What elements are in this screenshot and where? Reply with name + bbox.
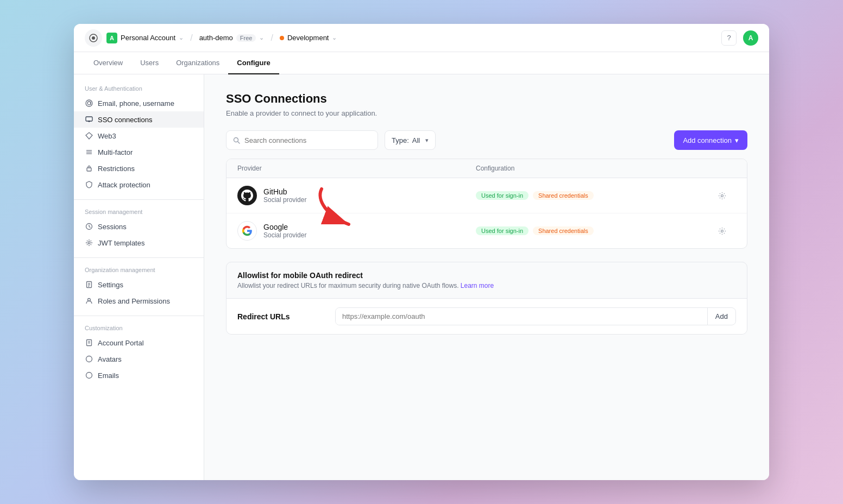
- google-type: Social provider: [263, 231, 306, 239]
- col-provider: Provider: [237, 165, 476, 172]
- main-layout: User & Authentication Email, phone, user…: [74, 74, 769, 480]
- avatars-icon: [85, 355, 93, 363]
- tab-configure[interactable]: Configure: [228, 52, 279, 74]
- layers-icon: [85, 148, 93, 156]
- topbar: A Personal Account ⌄ / auth-demo Free ⌄ …: [74, 24, 769, 52]
- sidebar-section-user-auth: User & Authentication: [74, 85, 204, 92]
- type-filter-label: Type:: [392, 136, 409, 144]
- table-row: GitHub Social provider Used for sign-in …: [227, 178, 747, 213]
- app-selector[interactable]: auth-demo Free ⌄: [199, 34, 265, 42]
- clock-icon: [85, 222, 93, 231]
- account-selector[interactable]: A Personal Account ⌄: [106, 33, 184, 43]
- connections-table: Provider Configuration GitHub Social pro…: [226, 159, 747, 249]
- sidebar-item-sso-connections[interactable]: SSO connections: [74, 111, 204, 128]
- lock-icon: [85, 164, 93, 173]
- tab-users[interactable]: Users: [131, 52, 167, 74]
- svg-marker-8: [86, 133, 92, 139]
- sidebar-label-attack-protection: Attack protection: [98, 181, 150, 189]
- allowlist-title: Allowlist for mobile OAuth redirect: [237, 271, 736, 280]
- topbar-right: ? A: [721, 30, 758, 46]
- sidebar-item-settings[interactable]: Settings: [74, 276, 204, 293]
- svg-point-26: [86, 373, 92, 379]
- sidebar-label-multi-factor: Multi-factor: [98, 148, 133, 156]
- svg-point-25: [86, 356, 92, 362]
- svg-point-1: [92, 36, 95, 40]
- sidebar-item-multi-factor[interactable]: Multi-factor: [74, 144, 204, 160]
- sidebar-item-web3[interactable]: Web3: [74, 128, 204, 144]
- sidebar-label-roles: Roles and Permissions: [98, 297, 170, 305]
- emails-icon: [85, 371, 93, 380]
- sidebar-item-jwt[interactable]: JWT templates: [74, 235, 204, 251]
- tab-overview[interactable]: Overview: [85, 52, 131, 74]
- nav-tabs: Overview Users Organizations Configure: [74, 52, 769, 74]
- redirect-url-input[interactable]: [336, 308, 707, 325]
- env-dot: [280, 36, 284, 40]
- type-filter[interactable]: Type: All ▾: [385, 130, 436, 150]
- env-selector[interactable]: Development ⌄: [280, 34, 337, 42]
- sidebar-label-emails: Emails: [98, 371, 119, 380]
- redirect-input-row: Add: [335, 307, 736, 325]
- sidebar-section-custom: Customization: [74, 325, 204, 331]
- sidebar-label-sso: SSO connections: [98, 116, 152, 124]
- sidebar-label-account-portal: Account Portal: [98, 339, 144, 347]
- search-input[interactable]: [244, 136, 371, 144]
- github-text: GitHub Social provider: [263, 187, 306, 204]
- sidebar-label-avatars: Avatars: [98, 355, 122, 363]
- sidebar-divider-3: [74, 316, 204, 316]
- document-icon: [85, 280, 93, 289]
- add-connection-label: Add connection: [683, 136, 732, 144]
- portal-icon: [85, 338, 93, 347]
- allowlist-section: Allowlist for mobile OAuth redirect Allo…: [226, 262, 747, 335]
- diamond-icon: [85, 131, 93, 140]
- learn-more-link[interactable]: Learn more: [461, 282, 494, 289]
- allowlist-body: Redirect URLs Add: [227, 299, 747, 334]
- account-icon: A: [106, 33, 117, 43]
- app-name: auth-demo: [199, 34, 233, 42]
- separator-1: /: [190, 33, 192, 43]
- sidebar-item-avatars[interactable]: Avatars: [74, 351, 204, 367]
- github-badge-signin: Used for sign-in: [476, 191, 529, 200]
- github-logo: [237, 186, 257, 205]
- google-gear-button[interactable]: [714, 223, 729, 238]
- allowlist-header: Allowlist for mobile OAuth redirect Allo…: [227, 262, 747, 299]
- search-box[interactable]: [226, 130, 378, 150]
- sidebar-label-restrictions: Restrictions: [98, 165, 135, 173]
- github-badges: Used for sign-in Shared credentials: [476, 191, 714, 200]
- sidebar-item-restrictions[interactable]: Restrictions: [74, 160, 204, 177]
- sidebar-item-sessions[interactable]: Sessions: [74, 218, 204, 235]
- env-chevron: ⌄: [332, 34, 337, 41]
- table-row: Google Social provider Used for sign-in …: [227, 213, 747, 248]
- github-gear-button[interactable]: [714, 188, 729, 203]
- allowlist-desc: Allowlist your redirect URLs for maximum…: [237, 282, 736, 289]
- help-button[interactable]: ?: [721, 30, 737, 46]
- provider-info-github: GitHub Social provider: [237, 186, 476, 205]
- page-subtitle: Enable a provider to connect to your app…: [226, 109, 747, 117]
- app-chevron: ⌄: [259, 34, 264, 41]
- separator-2: /: [270, 33, 273, 43]
- roles-icon: [85, 297, 93, 305]
- google-text: Google Social provider: [263, 223, 306, 239]
- sidebar-item-account-portal[interactable]: Account Portal: [74, 335, 204, 351]
- svg-point-3: [86, 100, 92, 106]
- sidebar-label-settings: Settings: [98, 281, 123, 289]
- add-connection-button[interactable]: Add connection ▾: [674, 130, 747, 150]
- sidebar-item-email-phone[interactable]: Email, phone, username: [74, 95, 204, 111]
- sidebar-divider-2: [74, 257, 204, 258]
- svg-point-16: [88, 242, 90, 244]
- redirect-add-button[interactable]: Add: [707, 308, 735, 325]
- provider-info-google: Google Social provider: [237, 221, 476, 241]
- redirect-urls-label: Redirect URLs: [237, 312, 335, 321]
- sidebar-item-emails[interactable]: Emails: [74, 367, 204, 383]
- monitor-icon: [85, 115, 93, 124]
- sidebar-item-attack-protection[interactable]: Attack protection: [74, 177, 204, 193]
- tab-organizations[interactable]: Organizations: [167, 52, 228, 74]
- user-avatar[interactable]: A: [743, 30, 758, 46]
- col-actions: [714, 165, 736, 172]
- github-name: GitHub: [263, 187, 306, 196]
- account-name: Personal Account: [121, 34, 175, 42]
- main-content: SSO Connections Enable a provider to con…: [204, 74, 769, 480]
- env-name: Development: [287, 34, 329, 42]
- sidebar-item-roles[interactable]: Roles and Permissions: [74, 293, 204, 309]
- col-configuration: Configuration: [476, 165, 714, 172]
- app-logo[interactable]: [85, 29, 102, 47]
